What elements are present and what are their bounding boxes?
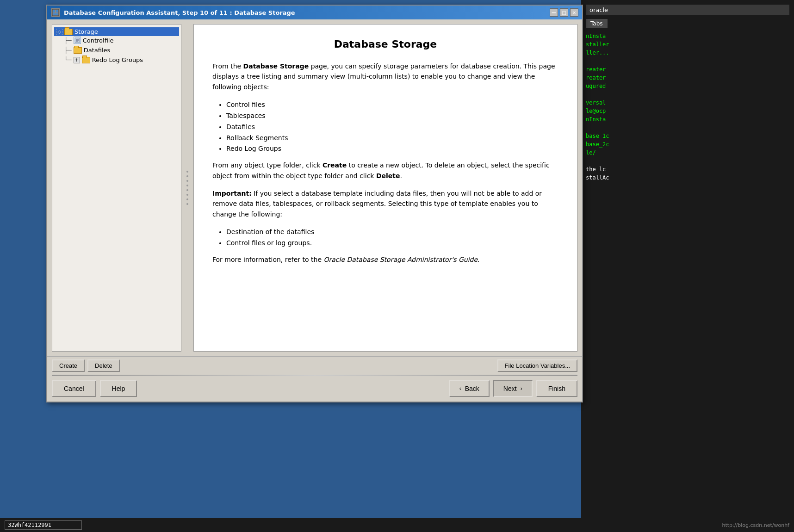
redo-folder-icon: [82, 57, 90, 63]
maximize-button[interactable]: □: [560, 8, 568, 17]
page-title: Database Storage: [212, 38, 558, 50]
terminal-tab[interactable]: Tabs: [586, 19, 608, 28]
paragraph-2: From any object type folder, click Creat…: [212, 160, 558, 181]
content-panel: Database Storage From the Database Stora…: [193, 24, 577, 352]
title-bar: Database Configuration Assistant, Step 1…: [47, 6, 582, 19]
bullet-list-1: Control files Tablespaces Datafiles Roll…: [226, 99, 558, 155]
bold-database-storage: Database Storage: [243, 62, 309, 70]
terminal-title-text: oracle: [589, 6, 608, 13]
main-area: ◇ Storage ├─: [47, 19, 582, 356]
bold-delete: Delete: [376, 172, 400, 179]
finish-button[interactable]: Finish: [536, 380, 577, 397]
file-location-button[interactable]: File Location Variables...: [497, 359, 577, 372]
next-label: Next: [503, 385, 517, 392]
list-item-controlfiles: Control files: [226, 99, 558, 111]
tree-item-redo[interactable]: └─ + Redo Log Groups: [64, 55, 177, 65]
next-button[interactable]: Next ›: [493, 380, 533, 397]
delete-button[interactable]: Delete: [87, 359, 120, 372]
terminal-panel: oracle Tabs nInsta staller ller... reate…: [581, 0, 794, 532]
toolbar-right: File Location Variables...: [497, 359, 577, 372]
tree-item-controlfile[interactable]: ├─ Controlfile: [64, 35, 177, 45]
tree-item-datafiles[interactable]: ├─ Datafiles: [64, 45, 177, 55]
bold-create: Create: [323, 161, 347, 169]
terminal-output: nInsta staller ller... reater reater ugu…: [586, 32, 789, 182]
tree-label-redo: Redo Log Groups: [92, 56, 143, 63]
tree-label-storage: Storage: [74, 28, 98, 35]
tree-expand-redo[interactable]: +: [74, 57, 80, 63]
bottom-toolbar: Create Delete File Location Variables...: [47, 356, 582, 375]
svg-rect-1: [53, 10, 55, 12]
list-item-control-log: Control files or log groups.: [226, 238, 558, 249]
tree-label-datafiles: Datafiles: [84, 47, 111, 54]
paragraph-3: Important: If you select a database temp…: [212, 188, 558, 219]
svg-rect-3: [53, 13, 58, 15]
bold-important: Important:: [212, 190, 252, 197]
status-input[interactable]: [5, 520, 82, 530]
svg-rect-2: [56, 10, 58, 12]
paragraph-1: From the Database Storage page, you can …: [212, 61, 558, 92]
paragraph-4: For more information, refer to the Oracl…: [212, 254, 558, 265]
nav-right: ‹ Back Next › Finish: [449, 380, 577, 397]
window-icon: [51, 8, 60, 17]
nav-bar: Cancel Help ‹ Back Next › Finish: [47, 376, 582, 402]
datafiles-folder-icon: [74, 47, 82, 54]
status-bar: http://blog.csdn.net/wonhf: [0, 518, 794, 532]
list-item-tablespaces: Tablespaces: [226, 111, 558, 122]
toolbar-left: Create Delete: [52, 359, 120, 372]
list-item-rollback: Rollback Segments: [226, 133, 558, 144]
bullet-list-2: Destination of the datafiles Control fil…: [226, 227, 558, 249]
help-button[interactable]: Help: [100, 380, 137, 397]
status-url: http://blog.csdn.net/wonhf: [722, 522, 789, 528]
next-arrow-icon: ›: [521, 385, 522, 392]
window-controls: — □ ✕: [550, 8, 578, 17]
italic-guide: Oracle Database Storage Administrator's …: [323, 256, 478, 263]
storage-folder-icon: [64, 29, 73, 35]
create-button[interactable]: Create: [52, 359, 85, 372]
list-item-datafiles: Datafiles: [226, 122, 558, 133]
tree-children: ├─ Controlfile ├─: [64, 35, 177, 65]
tree-label-controlfile: Controlfile: [83, 37, 114, 44]
list-item-destination: Destination of the datafiles: [226, 227, 558, 238]
tree-expand-storage[interactable]: ◇: [56, 29, 62, 35]
window-title: Database Configuration Assistant, Step 1…: [64, 9, 295, 16]
panel-divider: [185, 24, 190, 352]
list-item-redo: Redo Log Groups: [226, 143, 558, 155]
main-window: Database Configuration Assistant, Step 1…: [46, 5, 583, 402]
window-content: ◇ Storage ├─: [47, 19, 582, 402]
close-button[interactable]: ✕: [570, 8, 578, 17]
nav-left: Cancel Help: [52, 380, 137, 397]
back-button[interactable]: ‹ Back: [449, 380, 490, 397]
tree-panel: ◇ Storage ├─: [52, 24, 181, 352]
minimize-button[interactable]: —: [550, 8, 558, 17]
cancel-button[interactable]: Cancel: [52, 380, 96, 397]
terminal-title: oracle: [586, 5, 789, 15]
controlfile-icon: [74, 37, 81, 44]
back-arrow-icon: ‹: [459, 385, 461, 392]
back-label: Back: [465, 385, 479, 392]
